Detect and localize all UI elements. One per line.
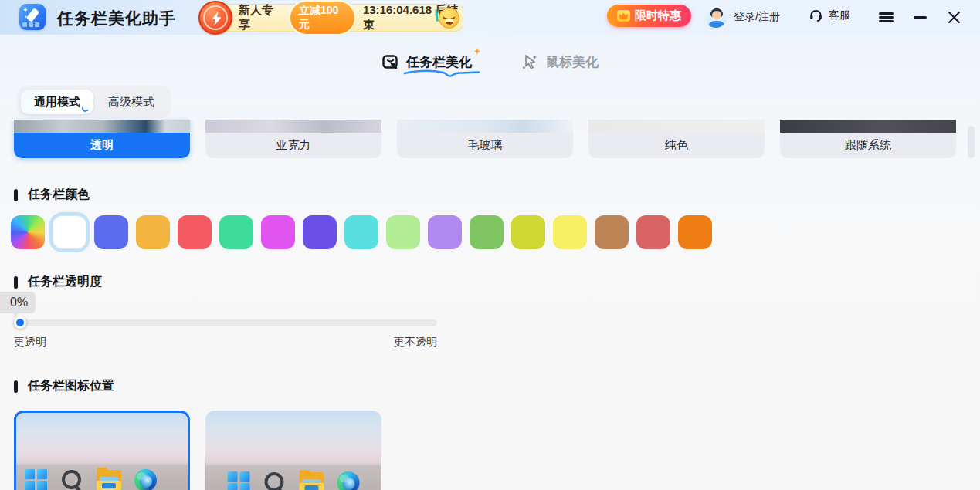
windows-icon	[25, 469, 47, 490]
style-card-label: 亚克力	[205, 133, 381, 158]
style-preview-image	[14, 120, 190, 133]
section-marker	[14, 189, 18, 201]
mode-tab-general[interactable]: 通用模式	[21, 90, 93, 114]
color-swatch-white[interactable]	[53, 215, 86, 249]
color-swatch-red[interactable]	[178, 215, 212, 249]
crown-icon	[617, 10, 630, 22]
style-preview-image	[588, 120, 765, 133]
style-card-frosted-glass[interactable]: 毛玻璃	[397, 120, 573, 158]
taskbar-beautify-icon	[381, 53, 399, 71]
slider-max-label: 更不透明	[360, 336, 437, 350]
slider-value-tooltip: 0%	[0, 292, 36, 313]
color-swatch-yellow-green[interactable]	[511, 215, 545, 249]
style-card-follow-system[interactable]: 跟随系统	[780, 120, 956, 158]
main-nav: 任务栏美化 ✦ 鼠标美化	[0, 42, 980, 81]
section-marker	[14, 276, 18, 289]
active-swoosh-icon	[81, 104, 90, 113]
section-marker	[14, 380, 18, 393]
windows-icon	[228, 471, 250, 490]
avatar[interactable]	[704, 5, 727, 29]
laugh-emoji-icon	[439, 8, 459, 29]
icon-position-card-left[interactable]	[14, 411, 190, 490]
title-bar: ✦ ✦ 任务栏美化助手 新人专享 立减100元 13:16:04.618 后结束…	[0, 0, 980, 35]
style-card-transparent[interactable]: 透明	[14, 120, 190, 158]
style-card-solid-color[interactable]: 纯色	[588, 120, 765, 158]
tab-label: 鼠标美化	[546, 53, 599, 71]
app-window: ✦ ✦ 任务栏美化助手 新人专享 立减100元 13:16:04.618 后结束…	[0, 0, 980, 490]
slider-min-label: 更透明	[14, 336, 46, 350]
section-title-icon-position: 任务栏图标位置	[14, 378, 114, 394]
slider-thumb[interactable]	[14, 316, 26, 329]
app-logo-icon: ✦ ✦	[19, 4, 46, 30]
flash-sale-label: 限时特惠	[635, 8, 681, 23]
style-card-acrylic[interactable]: 亚克力	[205, 120, 381, 158]
active-tab-underline	[403, 69, 480, 78]
color-swatch-light-green[interactable]	[386, 215, 420, 249]
section-title-taskbar-color: 任务栏颜色	[14, 187, 90, 203]
folder-icon	[300, 472, 324, 490]
alarm-clock-icon	[198, 1, 232, 35]
close-icon	[948, 11, 961, 24]
menu-button[interactable]	[873, 0, 899, 35]
support-label: 客服	[829, 8, 850, 22]
color-swatch-dark-orange[interactable]	[678, 215, 712, 249]
mouse-beautify-icon	[521, 53, 539, 71]
section-title-transparency: 任务栏透明度	[14, 274, 102, 290]
login-register-link[interactable]: 登录/注册	[734, 10, 780, 24]
style-card-label: 毛玻璃	[397, 133, 573, 158]
color-swatch-green[interactable]	[470, 215, 504, 249]
color-swatch-cyan[interactable]	[344, 215, 378, 249]
headset-icon	[809, 8, 823, 22]
close-button[interactable]	[941, 0, 967, 35]
color-swatch-orange[interactable]	[136, 215, 170, 249]
color-swatch-blue-violet[interactable]	[94, 215, 128, 249]
color-swatch-light-purple[interactable]	[428, 215, 462, 249]
edge-icon	[337, 471, 360, 490]
color-swatch-brown[interactable]	[595, 215, 629, 249]
color-swatch-row	[11, 215, 712, 249]
search-icon	[263, 471, 287, 490]
app-title: 任务栏美化助手	[57, 8, 176, 29]
style-card-label: 纯色	[588, 133, 765, 158]
style-preview-image	[205, 120, 381, 133]
tab-mouse-beautify[interactable]: 鼠标美化	[521, 53, 599, 71]
color-swatch-spring-green[interactable]	[219, 215, 253, 249]
mode-tab-group: 通用模式 高级模式	[17, 86, 171, 118]
sparkle-icon: ✦	[473, 46, 481, 57]
style-card-label: 跟随系统	[780, 133, 956, 158]
promo-banner[interactable]: 新人专享 立减100元 13:16:04.618 后结束	[202, 4, 463, 32]
discount-badge: 立减100元	[289, 0, 356, 35]
icon-position-card-center[interactable]	[205, 411, 381, 490]
taskbar-preview-icons	[228, 471, 360, 490]
tab-taskbar-beautify[interactable]: 任务栏美化 ✦	[381, 53, 472, 71]
edge-icon	[134, 469, 157, 490]
promo-label: 新人专享	[239, 3, 282, 32]
style-card-label: 透明	[14, 133, 190, 158]
style-preview-image	[780, 120, 956, 133]
color-swatch-yellow[interactable]	[553, 215, 587, 249]
transparency-slider[interactable]	[14, 319, 437, 326]
color-swatch-magenta[interactable]	[261, 215, 295, 249]
search-icon	[60, 468, 83, 490]
taskbar-preview-icons	[25, 468, 157, 490]
folder-icon	[97, 470, 121, 490]
flash-sale-button[interactable]: 限时特惠	[607, 5, 691, 27]
customer-support-button[interactable]: 客服	[809, 8, 850, 22]
color-swatch-rose[interactable]	[636, 215, 670, 249]
color-swatch-purple[interactable]	[303, 215, 337, 249]
minimize-button[interactable]	[907, 0, 933, 35]
style-preview-image	[397, 120, 573, 133]
next-card-edge	[968, 126, 975, 158]
color-swatch-rainbow[interactable]	[11, 215, 45, 249]
mode-tab-advanced[interactable]: 高级模式	[95, 90, 168, 114]
